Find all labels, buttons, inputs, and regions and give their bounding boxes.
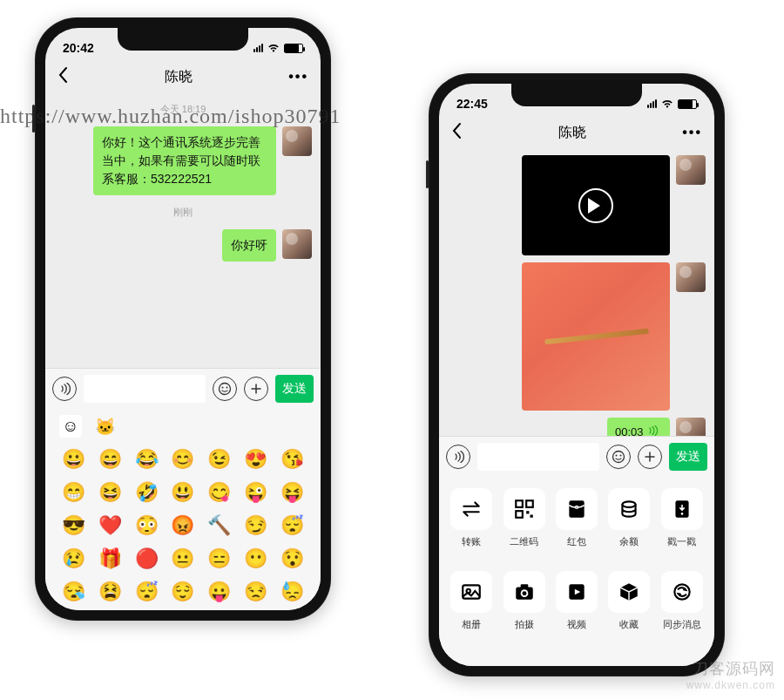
voice-icon[interactable] <box>52 377 77 401</box>
send-button[interactable]: 发送 <box>669 443 707 471</box>
message-bubble[interactable]: 你好呀 <box>222 229 276 262</box>
audio-wave-icon <box>647 424 658 436</box>
emoji-item[interactable]: 🤣 <box>135 481 159 504</box>
signal-icon <box>647 99 657 108</box>
svg-point-1 <box>222 386 224 388</box>
emoji-item[interactable]: 😁 <box>62 481 85 504</box>
chat-body[interactable]: 00:03 <box>439 150 714 436</box>
action-box[interactable]: 收藏 <box>605 571 652 643</box>
emoji-item[interactable]: 😯 <box>280 547 304 570</box>
message-bubble[interactable]: 你好！这个通讯系统逐步完善当中，如果有需要可以随时联系客服：532222521 <box>93 126 276 195</box>
emoji-item[interactable]: 😏 <box>244 514 267 537</box>
action-transfer[interactable]: 转账 <box>448 488 495 561</box>
plus-icon[interactable] <box>638 445 662 469</box>
emoji-item[interactable]: 😀 <box>62 448 85 471</box>
avatar[interactable] <box>282 126 312 156</box>
chat-message-sent: 你好！这个通讯系统逐步完善当中，如果有需要可以随时联系客服：532222521 <box>54 126 312 195</box>
redpacket-icon <box>556 488 598 530</box>
avatar[interactable] <box>676 155 706 185</box>
emoji-item[interactable]: 😶 <box>244 547 267 570</box>
emoji-item[interactable]: 😒 <box>244 581 267 603</box>
wifi-icon <box>267 41 280 55</box>
phone-mockup-left: 20:42 陈晓 ••• 今天 18:19 你好！这个通讯系统逐步完善当中，如果… <box>35 17 331 621</box>
emoji-item[interactable]: 😊 <box>171 448 194 471</box>
chat-image[interactable] <box>522 262 670 411</box>
avatar[interactable] <box>676 262 706 292</box>
emoji-tab-custom[interactable]: 🐱 <box>94 415 117 438</box>
emoji-item[interactable]: 🔴 <box>135 547 159 570</box>
action-label: 二维码 <box>510 535 538 548</box>
emoji-item[interactable]: 😡 <box>171 514 194 537</box>
emoji-item[interactable]: 😛 <box>207 581 231 603</box>
emoji-item[interactable]: 😓 <box>280 581 304 603</box>
chat-body[interactable]: 今天 18:19 你好！这个通讯系统逐步完善当中，如果有需要可以随时联系客服：5… <box>45 94 321 368</box>
action-video[interactable]: 视频 <box>553 571 600 643</box>
action-album[interactable]: 相册 <box>448 571 495 643</box>
emoji-item[interactable]: 😜 <box>244 481 267 504</box>
avatar[interactable] <box>676 418 706 436</box>
transfer-icon <box>450 488 492 530</box>
action-redpacket[interactable]: 红包 <box>553 488 600 561</box>
page-dots <box>56 608 310 610</box>
emoji-panel: ☺ 🐱 😀😄😂😊😉😍😘😁😆🤣😃😋😜😝😎❤️😳😡🔨😏😴😢🎁🔴😐😑😶😯😪😫😴😌😛😒😓 <box>45 408 321 610</box>
message-input[interactable] <box>477 443 599 471</box>
emoji-tab-smiley[interactable]: ☺ <box>59 415 82 438</box>
chat-header: 陈晓 ••• <box>439 115 714 150</box>
send-button[interactable]: 发送 <box>275 375 314 403</box>
album-icon <box>450 571 492 613</box>
action-coins[interactable]: 余额 <box>605 488 652 561</box>
emoji-item[interactable]: 😴 <box>135 581 159 603</box>
more-icon[interactable]: ••• <box>682 125 702 140</box>
emoji-item[interactable]: 😂 <box>135 448 159 471</box>
action-qrcode[interactable]: 二维码 <box>500 488 547 561</box>
emoji-item[interactable]: 😉 <box>207 448 231 471</box>
audio-bubble[interactable]: 00:03 <box>607 418 670 436</box>
emoji-item[interactable]: 😌 <box>171 581 194 603</box>
action-sync[interactable]: 同步消息 <box>659 571 706 643</box>
more-icon[interactable]: ••• <box>288 69 308 85</box>
emoji-item[interactable]: 😳 <box>135 514 159 537</box>
chat-message-sent: 你好呀 <box>54 229 312 262</box>
action-label: 视频 <box>567 618 586 631</box>
message-input[interactable] <box>84 375 206 403</box>
emoji-grid: 😀😄😂😊😉😍😘😁😆🤣😃😋😜😝😎❤️😳😡🔨😏😴😢🎁🔴😐😑😶😯😪😫😴😌😛😒😓 <box>56 443 310 608</box>
emoji-item[interactable]: 😝 <box>280 481 304 504</box>
emoji-item[interactable]: 😋 <box>207 481 231 504</box>
emoji-item[interactable]: ❤️ <box>98 514 122 537</box>
emoji-item[interactable]: 😴 <box>280 514 304 537</box>
action-camera[interactable]: 拍摄 <box>500 571 547 643</box>
emoji-item[interactable]: 😑 <box>207 547 231 570</box>
status-time: 20:42 <box>63 41 94 55</box>
avatar[interactable] <box>282 229 312 259</box>
chat-message-video <box>448 155 706 255</box>
emoji-item[interactable]: 😢 <box>62 547 85 570</box>
emoji-item[interactable]: 😪 <box>62 581 85 603</box>
emoji-item[interactable]: 😃 <box>171 481 194 504</box>
box-icon <box>608 571 650 613</box>
svg-point-4 <box>616 454 618 456</box>
back-icon[interactable] <box>451 122 462 143</box>
back-icon[interactable] <box>57 66 68 87</box>
video-thumbnail[interactable] <box>522 155 670 255</box>
emoji-item[interactable]: 😫 <box>98 581 122 603</box>
action-label: 余额 <box>619 535 639 548</box>
emoji-item[interactable]: 😐 <box>171 547 194 570</box>
battery-icon <box>284 44 303 53</box>
emoji-item[interactable]: 😍 <box>244 448 267 471</box>
emoji-item[interactable]: 🔨 <box>207 514 231 537</box>
emoji-item[interactable]: 🎁 <box>98 547 122 570</box>
emoji-item[interactable]: 😄 <box>98 448 122 471</box>
wifi-icon <box>661 97 673 111</box>
action-tap[interactable]: 戳一戳 <box>659 488 706 561</box>
emoji-item[interactable]: 😎 <box>62 514 85 537</box>
emoji-item[interactable]: 😆 <box>98 481 122 504</box>
emoji-icon[interactable] <box>213 377 237 401</box>
svg-point-5 <box>620 454 622 456</box>
emoji-icon[interactable] <box>606 445 631 469</box>
chat-message-audio: 00:03 <box>448 418 706 436</box>
voice-icon[interactable] <box>446 445 470 469</box>
action-label: 红包 <box>567 535 586 548</box>
plus-icon[interactable] <box>244 377 268 401</box>
action-label: 相册 <box>462 618 481 631</box>
emoji-item[interactable]: 😘 <box>280 448 304 471</box>
